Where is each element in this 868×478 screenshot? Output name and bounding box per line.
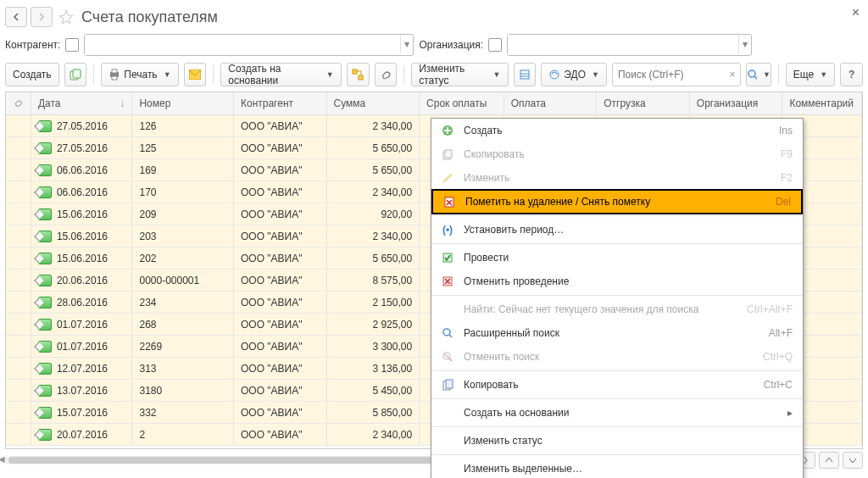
post-icon bbox=[440, 250, 455, 265]
doc-posted-icon bbox=[38, 142, 52, 154]
unpost-icon bbox=[440, 274, 455, 289]
ctx-create[interactable]: СоздатьIns bbox=[431, 119, 803, 142]
svg-point-20 bbox=[443, 329, 450, 336]
svg-rect-4 bbox=[112, 76, 117, 80]
create-based-button[interactable]: Создать на основании▼ bbox=[220, 63, 341, 86]
help-button[interactable]: ? bbox=[840, 63, 863, 86]
form-settings-button[interactable] bbox=[514, 63, 537, 86]
page-title: Счета покупателям bbox=[81, 8, 218, 26]
edo-icon bbox=[548, 69, 560, 81]
attachments-button[interactable] bbox=[375, 63, 398, 86]
svg-line-21 bbox=[449, 335, 452, 337]
scroll-up-button[interactable] bbox=[819, 452, 839, 469]
col-date[interactable]: Дата↓ bbox=[31, 92, 133, 114]
ctx-change-status[interactable]: Изменить статус bbox=[431, 429, 803, 453]
chevron-down-icon[interactable]: ▾ bbox=[738, 35, 751, 53]
search-cancel-icon bbox=[440, 349, 455, 364]
more-button[interactable]: Еще▼ bbox=[786, 63, 835, 86]
scroll-down-button[interactable] bbox=[843, 452, 863, 469]
svg-rect-26 bbox=[446, 380, 453, 388]
create-button[interactable]: Создать bbox=[5, 63, 59, 86]
ctx-change-selected[interactable]: Изменить выделенные… bbox=[431, 457, 803, 478]
doc-posted-icon bbox=[38, 407, 52, 419]
search-icon bbox=[440, 325, 455, 341]
organization-checkbox[interactable] bbox=[488, 38, 502, 52]
search-input[interactable] bbox=[613, 69, 725, 81]
svg-rect-8 bbox=[520, 70, 529, 79]
col-org[interactable]: Организация bbox=[690, 92, 783, 114]
ctx-set-period[interactable]: (•) Установить период… bbox=[431, 218, 803, 242]
favorite-icon[interactable] bbox=[56, 9, 76, 25]
ctx-unpost[interactable]: Отменить проведение bbox=[431, 270, 803, 293]
svg-rect-16 bbox=[445, 150, 452, 158]
ctx-mark-delete[interactable]: Пометить на удаление / Снять пометкуDel bbox=[431, 189, 803, 214]
delete-mark-icon bbox=[442, 194, 457, 209]
doc-posted-icon bbox=[38, 231, 52, 242]
change-status-button[interactable]: Изменить статус▼ bbox=[411, 63, 508, 86]
printer-icon bbox=[108, 69, 120, 81]
ctx-post[interactable]: Провести bbox=[431, 246, 803, 270]
pencil-icon bbox=[440, 170, 455, 186]
svg-line-13 bbox=[754, 76, 757, 80]
nav-back-button[interactable] bbox=[5, 7, 27, 27]
svg-point-12 bbox=[748, 70, 755, 77]
doc-posted-icon bbox=[38, 164, 52, 176]
nav-fwd-button[interactable] bbox=[31, 7, 53, 27]
contractor-checkbox[interactable] bbox=[65, 38, 79, 52]
copy-button[interactable] bbox=[64, 63, 87, 86]
col-payment[interactable]: Оплата bbox=[504, 92, 598, 114]
svg-rect-5 bbox=[189, 69, 201, 80]
related-button[interactable] bbox=[347, 63, 370, 86]
clip-column[interactable] bbox=[6, 92, 31, 114]
doc-posted-icon bbox=[38, 186, 52, 198]
doc-posted-icon bbox=[38, 253, 52, 264]
search-box[interactable]: × bbox=[612, 63, 741, 86]
svg-rect-3 bbox=[112, 69, 117, 73]
col-shipment[interactable]: Отгрузка bbox=[597, 92, 690, 114]
doc-posted-icon bbox=[38, 385, 52, 397]
ctx-copy: СкопироватьF9 bbox=[431, 142, 803, 166]
doc-posted-icon bbox=[38, 297, 52, 308]
ctx-adv-find[interactable]: Расширенный поискAlt+F bbox=[431, 321, 803, 345]
doc-posted-icon bbox=[38, 120, 52, 132]
doc-posted-icon bbox=[38, 429, 52, 441]
doc-posted-icon bbox=[38, 363, 52, 375]
period-icon: (•) bbox=[440, 222, 455, 237]
svg-rect-1 bbox=[73, 69, 81, 78]
ctx-edit: ИзменитьF2 bbox=[431, 166, 803, 190]
copy-icon bbox=[440, 147, 455, 162]
chevron-right-icon: ▸ bbox=[787, 407, 793, 419]
chevron-down-icon[interactable]: ▾ bbox=[400, 35, 413, 53]
doc-posted-icon bbox=[38, 341, 52, 353]
contractor-label: Контрагент: bbox=[5, 39, 60, 51]
find-button[interactable]: ▼ bbox=[746, 63, 771, 86]
doc-posted-icon bbox=[38, 208, 52, 220]
svg-line-24 bbox=[444, 353, 452, 361]
col-sum[interactable]: Сумма bbox=[327, 92, 420, 114]
col-number[interactable]: Номер bbox=[132, 92, 234, 114]
doc-posted-icon bbox=[38, 319, 52, 331]
svg-rect-6 bbox=[353, 69, 357, 74]
print-button[interactable]: Печать▼ bbox=[101, 63, 178, 86]
ctx-cancel-find: Отменить поискCtrl+Q bbox=[431, 345, 803, 369]
doc-posted-icon bbox=[38, 275, 52, 286]
clipboard-copy-icon bbox=[440, 377, 455, 392]
close-button[interactable]: × bbox=[852, 5, 860, 20]
clear-search-button[interactable]: × bbox=[725, 69, 740, 81]
col-pay-due[interactable]: Срок оплаты bbox=[420, 92, 504, 114]
ctx-find: Найти: Сейчас нет текущего значения для … bbox=[431, 297, 803, 321]
col-contractor[interactable]: Контрагент bbox=[234, 92, 327, 114]
table-header: Дата↓ Номер Контрагент Сумма Срок оплаты… bbox=[6, 92, 862, 115]
svg-rect-7 bbox=[359, 75, 363, 80]
col-comment[interactable]: Комментарий bbox=[782, 92, 862, 114]
context-menu: СоздатьIns СкопироватьF9 ИзменитьF2 Поме… bbox=[431, 118, 804, 478]
ctx-copy-clipboard[interactable]: КопироватьCtrl+C bbox=[431, 373, 803, 397]
organization-label: Организация: bbox=[419, 39, 483, 51]
edo-button[interactable]: ЭДО▼ bbox=[541, 63, 607, 86]
organization-field[interactable]: ▾ bbox=[507, 34, 752, 56]
ctx-create-based[interactable]: Создать на основании▸ bbox=[431, 401, 803, 425]
contractor-field[interactable]: ▾ bbox=[84, 34, 414, 56]
plus-icon bbox=[440, 123, 455, 138]
mail-button[interactable] bbox=[184, 63, 207, 86]
